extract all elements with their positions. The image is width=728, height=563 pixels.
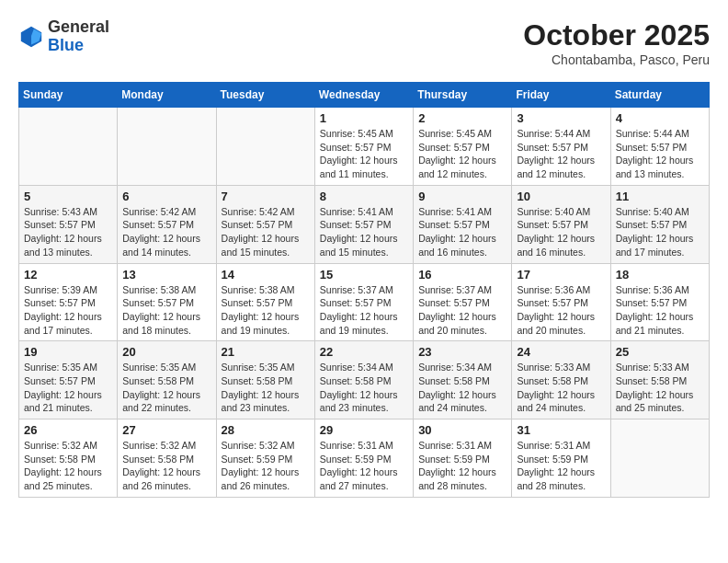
day-info: Sunrise: 5:38 AM Sunset: 5:57 PM Dayligh… <box>222 283 310 338</box>
month-title: October 2025 <box>523 18 710 52</box>
calendar-cell: 6Sunrise: 5:42 AM Sunset: 5:57 PM Daylig… <box>118 185 216 263</box>
calendar-cell: 26Sunrise: 5:32 AM Sunset: 5:58 PM Dayli… <box>19 419 118 498</box>
weekday-header-wednesday: Wednesday <box>314 83 413 108</box>
day-info: Sunrise: 5:35 AM Sunset: 5:57 PM Dayligh… <box>24 361 112 415</box>
calendar-cell: 4Sunrise: 5:44 AM Sunset: 5:57 PM Daylig… <box>610 108 709 186</box>
calendar-cell: 12Sunrise: 5:39 AM Sunset: 5:57 PM Dayli… <box>19 263 118 341</box>
day-info: Sunrise: 5:34 AM Sunset: 5:58 PM Dayligh… <box>320 361 408 415</box>
calendar-week-row: 1Sunrise: 5:45 AM Sunset: 5:57 PM Daylig… <box>19 108 710 186</box>
day-info: Sunrise: 5:41 AM Sunset: 5:57 PM Dayligh… <box>418 205 506 259</box>
weekday-header-row: SundayMondayTuesdayWednesdayThursdayFrid… <box>19 83 710 108</box>
calendar-cell: 18Sunrise: 5:36 AM Sunset: 5:57 PM Dayli… <box>610 263 709 341</box>
day-info: Sunrise: 5:33 AM Sunset: 5:58 PM Dayligh… <box>616 361 704 415</box>
weekday-header-tuesday: Tuesday <box>216 83 314 108</box>
day-number: 26 <box>24 423 112 437</box>
calendar-cell: 8Sunrise: 5:41 AM Sunset: 5:57 PM Daylig… <box>314 185 413 263</box>
location-subtitle: Chontabamba, Pasco, Peru <box>523 52 710 67</box>
calendar-cell: 22Sunrise: 5:34 AM Sunset: 5:58 PM Dayli… <box>314 341 413 419</box>
page-header: General Blue October 2025 Chontabamba, P… <box>18 18 710 67</box>
calendar-cell: 23Sunrise: 5:34 AM Sunset: 5:58 PM Dayli… <box>414 341 512 419</box>
logo-text: General Blue <box>48 18 109 55</box>
day-info: Sunrise: 5:35 AM Sunset: 5:58 PM Dayligh… <box>122 361 210 415</box>
day-number: 19 <box>24 345 112 359</box>
calendar-cell <box>216 108 314 186</box>
calendar-cell: 1Sunrise: 5:45 AM Sunset: 5:57 PM Daylig… <box>314 108 413 186</box>
calendar-cell: 13Sunrise: 5:38 AM Sunset: 5:57 PM Dayli… <box>118 263 216 341</box>
calendar-week-row: 19Sunrise: 5:35 AM Sunset: 5:57 PM Dayli… <box>19 341 710 419</box>
day-number: 17 <box>517 268 605 282</box>
day-info: Sunrise: 5:40 AM Sunset: 5:57 PM Dayligh… <box>517 205 605 259</box>
weekday-header-friday: Friday <box>512 83 610 108</box>
weekday-header-sunday: Sunday <box>19 83 118 108</box>
calendar-cell: 29Sunrise: 5:31 AM Sunset: 5:59 PM Dayli… <box>314 419 413 498</box>
calendar-table: SundayMondayTuesdayWednesdayThursdayFrid… <box>18 82 710 498</box>
day-number: 15 <box>320 268 408 282</box>
day-number: 13 <box>122 268 210 282</box>
day-number: 6 <box>122 190 210 203</box>
day-number: 25 <box>616 345 704 359</box>
day-info: Sunrise: 5:38 AM Sunset: 5:57 PM Dayligh… <box>122 283 210 338</box>
logo-icon <box>18 24 44 50</box>
calendar-cell: 16Sunrise: 5:37 AM Sunset: 5:57 PM Dayli… <box>414 263 512 341</box>
day-info: Sunrise: 5:35 AM Sunset: 5:58 PM Dayligh… <box>222 361 310 415</box>
day-info: Sunrise: 5:37 AM Sunset: 5:57 PM Dayligh… <box>320 283 408 338</box>
day-info: Sunrise: 5:31 AM Sunset: 5:59 PM Dayligh… <box>418 439 506 493</box>
day-info: Sunrise: 5:42 AM Sunset: 5:57 PM Dayligh… <box>122 205 210 259</box>
day-number: 14 <box>222 268 310 282</box>
title-block: October 2025 Chontabamba, Pasco, Peru <box>523 18 710 67</box>
day-info: Sunrise: 5:31 AM Sunset: 5:59 PM Dayligh… <box>517 439 605 493</box>
calendar-week-row: 26Sunrise: 5:32 AM Sunset: 5:58 PM Dayli… <box>19 419 710 498</box>
day-info: Sunrise: 5:36 AM Sunset: 5:57 PM Dayligh… <box>616 283 704 338</box>
day-number: 3 <box>517 111 605 125</box>
calendar-cell: 20Sunrise: 5:35 AM Sunset: 5:58 PM Dayli… <box>118 341 216 419</box>
day-number: 9 <box>418 190 506 203</box>
day-number: 29 <box>320 423 408 437</box>
day-number: 11 <box>616 190 704 203</box>
day-number: 8 <box>320 190 408 203</box>
calendar-cell: 2Sunrise: 5:45 AM Sunset: 5:57 PM Daylig… <box>414 108 512 186</box>
calendar-cell: 11Sunrise: 5:40 AM Sunset: 5:57 PM Dayli… <box>610 185 709 263</box>
calendar-cell: 14Sunrise: 5:38 AM Sunset: 5:57 PM Dayli… <box>216 263 314 341</box>
calendar-cell: 5Sunrise: 5:43 AM Sunset: 5:57 PM Daylig… <box>19 185 118 263</box>
calendar-cell: 24Sunrise: 5:33 AM Sunset: 5:58 PM Dayli… <box>512 341 610 419</box>
day-info: Sunrise: 5:31 AM Sunset: 5:59 PM Dayligh… <box>320 439 408 493</box>
day-info: Sunrise: 5:32 AM Sunset: 5:58 PM Dayligh… <box>24 439 112 493</box>
calendar-cell: 17Sunrise: 5:36 AM Sunset: 5:57 PM Dayli… <box>512 263 610 341</box>
day-number: 23 <box>418 345 506 359</box>
day-number: 18 <box>616 268 704 282</box>
day-number: 2 <box>418 111 506 125</box>
day-info: Sunrise: 5:39 AM Sunset: 5:57 PM Dayligh… <box>24 283 112 338</box>
day-info: Sunrise: 5:32 AM Sunset: 5:59 PM Dayligh… <box>222 439 310 493</box>
day-number: 28 <box>222 423 310 437</box>
calendar-cell: 3Sunrise: 5:44 AM Sunset: 5:57 PM Daylig… <box>512 108 610 186</box>
calendar-cell: 27Sunrise: 5:32 AM Sunset: 5:58 PM Dayli… <box>118 419 216 498</box>
calendar-cell: 19Sunrise: 5:35 AM Sunset: 5:57 PM Dayli… <box>19 341 118 419</box>
day-info: Sunrise: 5:41 AM Sunset: 5:57 PM Dayligh… <box>320 205 408 259</box>
calendar-cell: 10Sunrise: 5:40 AM Sunset: 5:57 PM Dayli… <box>512 185 610 263</box>
calendar-cell <box>19 108 118 186</box>
day-number: 7 <box>222 190 310 203</box>
day-info: Sunrise: 5:45 AM Sunset: 5:57 PM Dayligh… <box>418 127 506 181</box>
day-number: 21 <box>222 345 310 359</box>
calendar-cell: 25Sunrise: 5:33 AM Sunset: 5:58 PM Dayli… <box>610 341 709 419</box>
day-info: Sunrise: 5:44 AM Sunset: 5:57 PM Dayligh… <box>517 127 605 181</box>
day-info: Sunrise: 5:45 AM Sunset: 5:57 PM Dayligh… <box>320 127 408 181</box>
day-info: Sunrise: 5:37 AM Sunset: 5:57 PM Dayligh… <box>418 283 506 338</box>
calendar-cell: 28Sunrise: 5:32 AM Sunset: 5:59 PM Dayli… <box>216 419 314 498</box>
calendar-cell <box>610 419 709 498</box>
day-info: Sunrise: 5:33 AM Sunset: 5:58 PM Dayligh… <box>517 361 605 415</box>
weekday-header-saturday: Saturday <box>610 83 709 108</box>
calendar-cell: 31Sunrise: 5:31 AM Sunset: 5:59 PM Dayli… <box>512 419 610 498</box>
weekday-header-monday: Monday <box>118 83 216 108</box>
day-number: 4 <box>616 111 704 125</box>
calendar-cell: 9Sunrise: 5:41 AM Sunset: 5:57 PM Daylig… <box>414 185 512 263</box>
day-number: 31 <box>517 423 605 437</box>
day-info: Sunrise: 5:40 AM Sunset: 5:57 PM Dayligh… <box>616 205 704 259</box>
day-number: 10 <box>517 190 605 203</box>
day-number: 27 <box>122 423 210 437</box>
weekday-header-thursday: Thursday <box>414 83 512 108</box>
day-number: 1 <box>320 111 408 125</box>
calendar-week-row: 5Sunrise: 5:43 AM Sunset: 5:57 PM Daylig… <box>19 185 710 263</box>
calendar-cell: 7Sunrise: 5:42 AM Sunset: 5:57 PM Daylig… <box>216 185 314 263</box>
day-number: 30 <box>418 423 506 437</box>
